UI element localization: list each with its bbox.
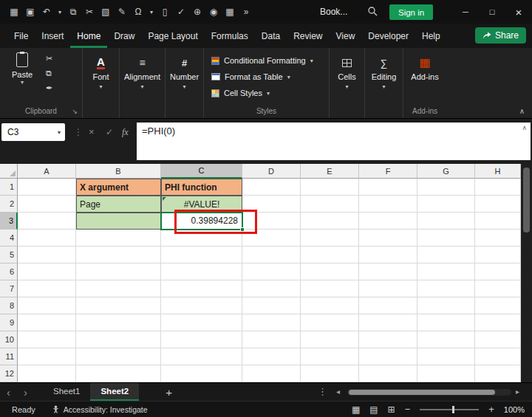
row-header-7[interactable]: 7 <box>0 280 18 297</box>
cell-B10[interactable] <box>76 331 161 348</box>
name-box[interactable]: C3 ▾ <box>1 123 65 141</box>
cell-D12[interactable] <box>242 365 301 382</box>
cancel-icon[interactable]: × <box>89 126 95 137</box>
cell-F6[interactable] <box>359 263 417 280</box>
collapse-formula-bar-icon[interactable]: ∧ <box>522 124 527 131</box>
row-header-10[interactable]: 10 <box>0 331 18 348</box>
cell-E7[interactable] <box>301 280 359 297</box>
paste-dropdown-icon[interactable]: ▾ <box>6 79 38 86</box>
cell-H11[interactable] <box>475 348 521 365</box>
sheet-tab-sheet1[interactable]: Sheet1 <box>43 383 90 401</box>
cell-E12[interactable] <box>301 365 359 382</box>
redo-dropdown-icon[interactable]: ▾ <box>55 9 65 15</box>
cell-D4[interactable] <box>242 230 301 247</box>
cell-H5[interactable] <box>475 247 521 263</box>
cell-B9[interactable] <box>76 314 161 331</box>
cell-H10[interactable] <box>475 331 521 348</box>
cell-F12[interactable] <box>359 365 417 382</box>
column-header-H[interactable]: H <box>475 164 521 179</box>
cell-D2[interactable] <box>242 196 301 213</box>
cell-H1[interactable] <box>475 179 521 196</box>
tab-file[interactable]: File <box>7 24 35 48</box>
table-icon[interactable]: ▦ <box>222 7 238 17</box>
cell-F3[interactable] <box>359 213 417 230</box>
cell-F10[interactable] <box>359 331 417 348</box>
cell-B3[interactable] <box>76 213 161 230</box>
horizontal-scrollbar-thumb[interactable] <box>349 390 495 395</box>
copy-icon[interactable]: ⧉ <box>65 7 81 17</box>
cell-A6[interactable] <box>18 263 76 280</box>
row-header-9[interactable]: 9 <box>0 314 18 331</box>
column-header-E[interactable]: E <box>301 164 359 179</box>
cell-F7[interactable] <box>359 280 417 297</box>
maximize-button[interactable]: □ <box>479 0 505 24</box>
zoom-level[interactable]: 100% <box>504 405 525 414</box>
cell-F5[interactable] <box>359 247 417 263</box>
cell-G2[interactable] <box>417 196 475 213</box>
cell-B6[interactable] <box>76 263 161 280</box>
cell-A8[interactable] <box>18 297 76 314</box>
cell-C8[interactable] <box>161 297 242 314</box>
cell-B5[interactable] <box>76 247 161 263</box>
enter-icon[interactable]: ✓ <box>106 127 113 137</box>
cell-G10[interactable] <box>417 331 475 348</box>
cell-C4[interactable] <box>161 230 242 247</box>
tab-home[interactable]: Home <box>70 24 107 48</box>
cell-C3[interactable]: 0.39894228 <box>161 213 242 230</box>
cell-E2[interactable] <box>301 196 359 213</box>
row-header-12[interactable]: 12 <box>0 365 18 382</box>
cell-G7[interactable] <box>417 280 475 297</box>
next-sheet-icon[interactable]: › <box>17 383 34 401</box>
cut-icon[interactable]: ✂ <box>81 7 98 17</box>
cell-H7[interactable] <box>475 280 521 297</box>
select-all-corner[interactable] <box>0 164 18 179</box>
tab-review[interactable]: Review <box>287 24 329 48</box>
cell-B2[interactable]: Page <box>76 196 161 213</box>
cell-F1[interactable] <box>359 179 417 196</box>
row-header-3[interactable]: 3 <box>0 213 18 230</box>
cell-G9[interactable] <box>417 314 475 331</box>
cell-A1[interactable] <box>18 179 76 196</box>
cell-H2[interactable] <box>475 196 521 213</box>
vertical-scrollbar[interactable] <box>521 164 532 382</box>
copy-button[interactable]: ⧉ <box>46 69 52 78</box>
save-icon[interactable]: ▣ <box>22 7 38 17</box>
cell-E11[interactable] <box>301 348 359 365</box>
cell-C10[interactable] <box>161 331 242 348</box>
cell-A4[interactable] <box>18 230 76 247</box>
cell-G3[interactable] <box>417 213 475 230</box>
tab-formulas[interactable]: Formulas <box>205 24 255 48</box>
cell-D8[interactable] <box>242 297 301 314</box>
column-header-F[interactable]: F <box>359 164 417 179</box>
chevron-down-icon[interactable]: ▾ <box>146 9 157 15</box>
zoom-slider[interactable] <box>420 409 479 410</box>
cell-H3[interactable] <box>475 213 521 230</box>
cell-H6[interactable] <box>475 263 521 280</box>
alignment-group-button[interactable]: ≡ Alignment ▾ <box>120 48 166 118</box>
cell-F2[interactable] <box>359 196 417 213</box>
paste-button[interactable]: Paste ▾ <box>6 52 38 86</box>
formula-input[interactable]: =PHI(0) ∧ <box>137 123 531 160</box>
insert-function-icon[interactable]: fx <box>122 127 129 138</box>
cell-A12[interactable] <box>18 365 76 382</box>
cell-A7[interactable] <box>18 280 76 297</box>
cell-E1[interactable] <box>301 179 359 196</box>
column-header-C[interactable]: C <box>161 164 242 179</box>
cell-D5[interactable] <box>242 247 301 263</box>
column-header-B[interactable]: B <box>76 164 161 179</box>
camera-icon[interactable]: ◉ <box>205 7 222 17</box>
tab-view[interactable]: View <box>330 24 362 48</box>
scroll-left-icon[interactable]: ◂ <box>336 387 340 396</box>
app-grid-icon[interactable]: ▦ <box>6 7 22 17</box>
addins-group-button[interactable]: ▦ Add-ins Add-ins <box>403 48 446 118</box>
cell-A9[interactable] <box>18 314 76 331</box>
search-icon[interactable] <box>367 6 381 18</box>
cell-D1[interactable] <box>242 179 301 196</box>
format-as-table-button[interactable]: Format as Table ▾ <box>211 69 313 85</box>
close-button[interactable]: × <box>505 0 532 24</box>
minimize-button[interactable]: ─ <box>452 0 479 24</box>
page-break-view-icon[interactable]: ⊞ <box>388 404 395 415</box>
sheet-options-icon[interactable]: ⋮ <box>318 386 327 397</box>
row-header-2[interactable]: 2 <box>0 196 18 213</box>
cell-C6[interactable] <box>161 263 242 280</box>
